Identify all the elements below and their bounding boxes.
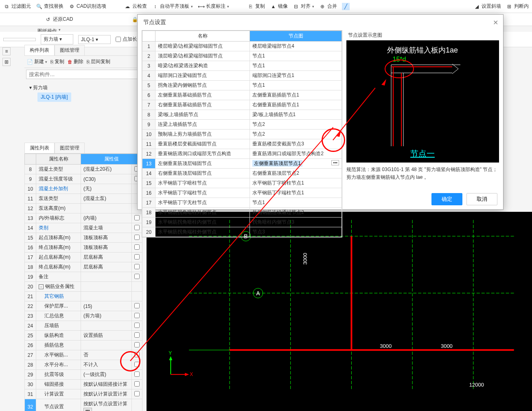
node-row[interactable]: 3暗梁/边框梁遇连梁构造节点1 (142, 61, 342, 71)
property-row[interactable]: 10混凝土外加剂(无) (25, 184, 142, 194)
node-row[interactable]: 12垂直钢筋遇洞口或端部无节点构造垂直筋遇洞口或端部无节点构造2 (142, 149, 342, 159)
list-view-icon[interactable]: ≡ (2, 47, 11, 55)
svg-text:3000: 3000 (302, 253, 308, 265)
line-tool-button[interactable]: ╱ (342, 3, 350, 10)
node-row[interactable]: 17水平钢筋丁字无柱节点节点1 (142, 198, 342, 208)
property-row[interactable]: 26插筋信息 (25, 341, 142, 350)
ok-button[interactable]: 确定 (431, 193, 462, 205)
property-row[interactable]: 25纵筋构造设置插筋 (25, 331, 142, 341)
auto-level-button[interactable]: ↕自动平齐顶板▾ (152, 3, 193, 10)
property-row[interactable]: 29抗震等级(一级抗震) (25, 370, 142, 380)
property-row[interactable]: 13内/外墙标志(内墙) (25, 213, 142, 223)
property-row[interactable]: 32节点设置按默认节点设置计算••• (25, 399, 142, 411)
property-row[interactable]: 16终点顶标高(m)顶板顶标高 (25, 243, 142, 253)
tree-root-wall[interactable]: ▾ 剪力墙 (29, 83, 138, 92)
property-checkbox[interactable] (134, 254, 140, 259)
judge-button[interactable]: ⊞判断内 (506, 3, 529, 10)
property-row[interactable]: 11泵送类型(混凝土泵) (25, 194, 142, 204)
property-row[interactable]: 15起点顶标高(m)顶板顶标高 (25, 233, 142, 243)
more-button[interactable]: ••• (83, 408, 92, 411)
node-row[interactable]: 20水平钢筋拐角端柱外侧节点节点3 (142, 227, 342, 237)
copy-button[interactable]: ⎘复制 (247, 3, 265, 10)
tab-properties[interactable]: 属性列表 (24, 143, 55, 153)
tab-component-list[interactable]: 构件列表 (24, 45, 55, 55)
property-checkbox[interactable] (134, 362, 140, 367)
slope-button[interactable]: ◢设置斜墙 (473, 3, 501, 10)
property-checkbox[interactable] (134, 391, 140, 396)
tab-layer-mgmt[interactable]: 图层管理 (55, 143, 85, 153)
property-row[interactable]: 9混凝土强度等级(C30) (25, 174, 142, 184)
filter-elements-button[interactable]: ⧉过滤图元 (3, 3, 31, 10)
cad-options-button[interactable]: ⚙CAD识别选项 (68, 3, 106, 10)
property-row[interactable]: 8混凝土类型(混凝土20石) (25, 165, 142, 174)
property-checkbox[interactable] (134, 342, 140, 347)
property-checkbox[interactable] (134, 323, 140, 328)
property-checkbox[interactable] (134, 332, 140, 338)
node-row[interactable]: 16水平钢筋丁字端柱节点水平钢筋丁字端柱节点1 (142, 188, 342, 198)
property-row[interactable]: 31计算设置按默认计算设置计算 (25, 389, 142, 399)
property-row[interactable]: 24压墙筋 (25, 321, 142, 331)
node-row[interactable]: 18水平钢筋拐角暗柱外侧节点外侧钢筋连续通过节点2 (142, 208, 342, 218)
new-button[interactable]: 📄新建▾ (27, 58, 47, 65)
property-checkbox[interactable] (134, 274, 140, 279)
mirror-button[interactable]: ▲镜像 (270, 3, 288, 10)
node-row[interactable]: 2顶层暗梁/边框梁端部锚固节点节点1 (142, 51, 342, 61)
cloud-check-button[interactable]: ☁云检查 (124, 3, 147, 10)
copy-component-button[interactable]: ⎘复制 (50, 58, 64, 65)
property-row[interactable]: 22保护层厚...(15) (25, 301, 142, 311)
node-row[interactable]: 13左侧垂直筋顶层锚固节点左侧垂直筋顶层节点1••• (142, 159, 342, 169)
property-row[interactable]: 17起点底标高(m)层底标高 (25, 253, 142, 262)
property-checkbox[interactable] (134, 244, 140, 250)
tree-item-jlq1[interactable]: JLQ-1 [内墙] (37, 92, 71, 102)
node-row[interactable]: 4端部洞口连梁锚固节点端部洞口连梁节点1 (142, 71, 342, 81)
property-checkbox[interactable] (134, 264, 140, 269)
drawing-canvas[interactable]: B A 3000 3000 3000 12000 Y X (147, 212, 532, 411)
length-dim-button[interactable]: ⟷长度标注▾ (198, 3, 229, 10)
find-replace-button[interactable]: 🔍查找替换 (36, 3, 63, 10)
property-row[interactable]: 21其它钢筋 (25, 292, 142, 301)
property-row[interactable]: 28水平分布...不计入 (25, 360, 142, 370)
property-row[interactable]: 27水平钢筋...否 (25, 350, 142, 360)
dialog-title: 节点设置✕ (138, 15, 503, 30)
node-row[interactable]: 1楼层暗梁/边框梁端部锚固节点楼层暗梁端部节点4 (142, 42, 342, 51)
node-row[interactable]: 5拐角连梁内侧钢筋节点节点1 (142, 81, 342, 90)
restore-cad-button[interactable]: ↺还原CAD (45, 16, 73, 23)
property-row[interactable]: 19备注 (25, 272, 142, 282)
property-row[interactable]: 23汇总信息(剪力墙) (25, 311, 142, 321)
property-checkbox[interactable] (134, 352, 140, 357)
svg-text:节点一: 节点一 (410, 149, 435, 158)
property-row[interactable]: 30锚固搭接按默认锚固搭接计算 (25, 380, 142, 389)
tab-drawing-mgmt[interactable]: 图纸管理 (55, 45, 85, 55)
layer-copy-button[interactable]: ⎘层间复制 (87, 58, 110, 65)
property-row[interactable]: 14类别混凝土墙 (25, 223, 142, 233)
node-row[interactable]: 6左侧垂直筋基础插筋节点左侧垂直筋插筋节点1 (142, 90, 342, 100)
node-row[interactable]: 19水平钢筋拐角暗柱内侧节点拐角暗柱内侧节点3 (142, 218, 342, 227)
node-row[interactable]: 15水平钢筋丁字暗柱节点水平钢筋丁字暗柱节点1 (142, 178, 342, 188)
search-input[interactable] (26, 70, 141, 79)
delete-button[interactable]: 🗑删除 (68, 58, 83, 65)
node-row[interactable]: 9连梁上墙插筋节点节点2 (142, 120, 342, 130)
property-checkbox[interactable] (134, 371, 140, 377)
node-row[interactable]: 7右侧垂直筋基础插筋节点右侧垂直筋插筋节点1 (142, 100, 342, 110)
property-checkbox[interactable] (134, 313, 140, 318)
cell-more-button[interactable]: ••• (331, 160, 339, 165)
property-row[interactable]: 18终点底标高(m)层底标高 (25, 262, 142, 272)
component-select[interactable]: JLQ-1 ▾ (78, 35, 111, 44)
merge-button[interactable]: ⊕合并 (319, 3, 337, 10)
node-row[interactable]: 8梁/板上墙插筋节点梁/板上墙插筋节点1 (142, 110, 342, 120)
ruler-icon: ⟷ (198, 3, 204, 10)
node-row[interactable]: 10预制墙上剪力墙插筋节点节点2 (142, 130, 342, 139)
property-checkbox[interactable] (134, 303, 140, 308)
delete-icon: 🗑 (68, 59, 72, 65)
align-button[interactable]: ⊟对齐▾ (293, 3, 314, 10)
node-row[interactable]: 14右侧垂直筋顶层锚固节点右侧垂直筋顶层节点2 (142, 169, 342, 178)
property-checkbox[interactable] (134, 381, 140, 387)
grid-view-icon[interactable]: ⊞ (2, 58, 11, 66)
close-icon[interactable]: ✕ (493, 19, 498, 26)
category-select[interactable] (3, 38, 36, 41)
node-row[interactable]: 11垂直筋楼层变截面锚固节点垂直筋楼层变截面节点3 (142, 139, 342, 149)
cancel-button[interactable]: 取消 (466, 193, 497, 205)
wall-type-select[interactable]: 剪力墙 ▾ (41, 34, 73, 44)
property-row[interactable]: 12泵送高度(m) (25, 204, 142, 213)
property-row[interactable]: 20-钢筋业务属性 (25, 282, 142, 292)
